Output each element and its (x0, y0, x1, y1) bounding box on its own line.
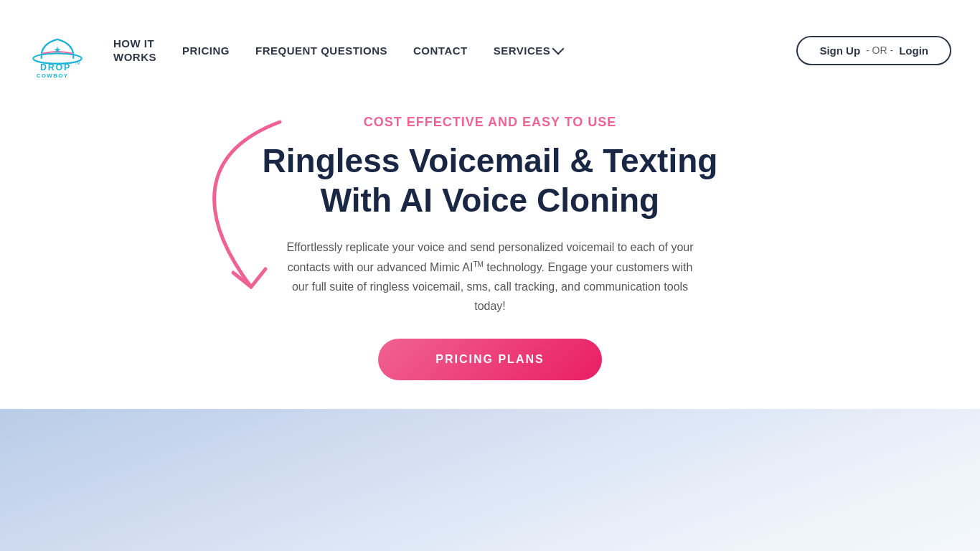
hero-subtitle: COST EFFECTIVE AND EASY TO USE (29, 115, 951, 130)
nav-item-label-line1: HOW IT (113, 37, 154, 51)
logo-icon: DROP COWBOY TM (29, 22, 86, 79)
nav-links: HOW IT WORKS PRICING FREQUENT QUESTIONS … (100, 33, 796, 68)
login-link[interactable]: Login (899, 44, 928, 57)
svg-text:COWBOY: COWBOY (37, 72, 69, 79)
chevron-down-icon (552, 43, 565, 55)
svg-text:DROP: DROP (40, 62, 71, 72)
hero-section: COST EFFECTIVE AND EASY TO USE Ringless … (0, 100, 980, 409)
nav-services-label: SERVICES (494, 44, 551, 57)
pricing-plans-button[interactable]: PRICING PLANS (378, 339, 601, 380)
hero-title-line2: With AI Voice Cloning (321, 182, 659, 219)
nav-item-services[interactable]: SERVICES (481, 37, 576, 64)
nav-auth-container: Sign Up - OR - Login (796, 36, 951, 65)
logo[interactable]: DROP COWBOY TM (29, 22, 86, 79)
bottom-gradient-section (0, 409, 980, 551)
navbar: DROP COWBOY TM HOW IT WORKS PRICING FREQ… (0, 0, 980, 100)
hero-description: Effortlessly replicate your voice and se… (282, 237, 698, 316)
hero-title: Ringless Voicemail & Texting With AI Voi… (29, 141, 951, 220)
auth-or-label: - OR - (866, 44, 893, 56)
nav-item-label-line2: WORKS (113, 50, 156, 65)
nav-item-pricing[interactable]: PRICING (169, 37, 242, 64)
nav-item-how-it-works[interactable]: HOW IT WORKS (100, 33, 169, 68)
nav-item-contact[interactable]: CONTACT (400, 37, 481, 64)
svg-text:TM: TM (75, 61, 80, 65)
nav-item-faq[interactable]: FREQUENT QUESTIONS (242, 37, 400, 64)
hero-title-line1: Ringless Voicemail & Texting (263, 142, 718, 179)
signup-link[interactable]: Sign Up (819, 44, 860, 57)
